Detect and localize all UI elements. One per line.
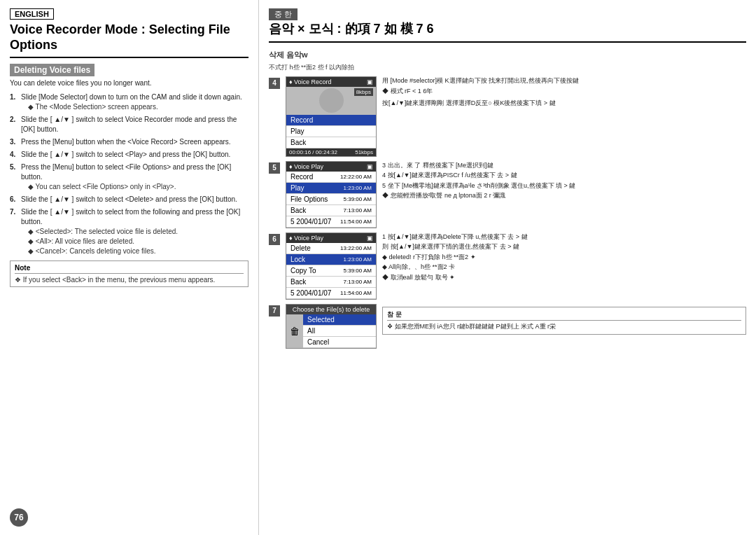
note-content: ❖ If you select <Back> in the menu, the … [15,276,244,284]
right-note-box: 참 문 ❖ 如果您滑ME到 iA您只 r鍵b群鍵鍵鍵 P鍵到上 米式 A重 r栄 [382,307,746,335]
page-title-left: Voice Recorder Mode : Selecting File Opt… [10,22,248,58]
screen-5-icon: ▣ [367,163,373,170]
screen-4-desc: 用 [Mode #selector]模 K選擇鍵向下按 找来打開出現,然後再向下… [382,76,746,108]
right-note-title: 참 문 [387,310,741,321]
screen-4: ♦ Voice Record ▣ 8kbps Record Play Back … [286,76,377,157]
screen-5-title: ♦ Voice Play [289,163,323,170]
screen-7-item-all: All [303,326,376,337]
avatar-icon [319,88,344,113]
step-2: 2. Slide the [ ▲/▼ ] switch to select Vo… [10,115,248,134]
screen-4-item-record: Record [286,115,376,126]
right-subtitle2: 不式打 h些 **面2 些 f 以內除拍 [269,63,746,72]
screen-6-desc: 1 按[▲/▼]鍵來選擇為Delete下降 u,然後案下 去 > 鍵 則 按[▲… [382,232,746,282]
screen-7-item-selected: Selected [303,314,376,326]
screen-7-header: Choose the File(s) to delete [286,305,376,314]
screen-5: ♦ Voice Play ▣ Record12:22:00 AM Play1:2… [286,161,377,228]
screen-5-item-back: Back7:13:00 AM [286,205,376,216]
steps-list: 1. Slide [Mode Selector] down to turn on… [10,92,248,256]
screen-6-item-lock: Lock1:23:00 AM [286,254,376,265]
screen-4-item-play: Play [286,126,376,137]
note-box: Note ❖ If you select <Back> in the menu,… [10,260,248,287]
step-4: 4. Slide the [ ▲/▼ ] switch to select <P… [10,150,248,160]
screen-row-5: 5 ♦ Voice Play ▣ Record12:22:00 AM Play1… [269,161,746,228]
page-number: 76 [10,508,28,527]
screen-6-item-date: 5 2004/01/0711:54:00 AM [286,288,376,299]
korean-badge: 중 한 [269,8,298,20]
screen-6-item-back: Back7:13:00 AM [286,277,376,288]
step-7: 7. Slide the [ ▲/▼ ] switch to select fr… [10,207,248,256]
step-3: 3. Press the [Menu] button when the <Voi… [10,137,248,147]
step-1: 1. Slide [Mode Selector] down to turn on… [10,92,248,112]
screen-row-4: 4 ♦ Voice Record ▣ 8kbps Record Play Bac… [269,76,746,157]
trash-icon-area: 🗑 [286,314,303,348]
screen-6-title: ♦ Voice Play [289,235,323,242]
right-panel: 중 한 음악 × 모식 : 的項 7 如 模 7 6 삭제 음악w 不式打 h些… [259,0,756,535]
screen-4-title: ♦ Voice Record [289,78,332,85]
screen-num-5: 5 [269,162,280,174]
screen-6-header: ♦ Voice Play ▣ [286,233,376,243]
screen-4-header: ♦ Voice Record ▣ [286,77,376,87]
screen-row-7: 7 Choose the File(s) to delete 🗑 Selecte… [269,304,746,349]
screen-4-preview: 8kbps [286,87,376,115]
bitrate-badge: 8kbps [354,88,373,96]
screen-6-icon: ▣ [367,235,373,242]
right-subtitle: 삭제 음악w [269,50,746,60]
screen-6-item-copyto: Copy To5:39:00 AM [286,265,376,277]
screen-7-desc: 참 문 ❖ 如果您滑ME到 iA您只 r鍵b群鍵鍵鍵 P鍵到上 米式 A重 r栄 [382,304,746,335]
note-title: Note [15,264,244,274]
screen-num-4: 4 [269,78,280,89]
screen-num-6: 6 [269,234,280,245]
english-badge: ENGLISH [10,8,54,20]
right-note-content: ❖ 如果您滑ME到 iA您只 r鍵b群鍵鍵鍵 P鍵到上 米式 A重 r栄 [387,322,741,331]
screen-num-7: 7 [269,305,280,317]
intro-text: You can delete voice files you no longer… [10,79,248,87]
screen-6-item-delete: Delete13:22:00 AM [286,243,376,254]
screen-6: ♦ Voice Play ▣ Delete13:22:00 AM Lock1:2… [286,232,377,300]
screen-7: Choose the File(s) to delete 🗑 Selected … [286,304,377,349]
screen-5-item-fileoptions: File Options5:39:00 AM [286,194,376,205]
step-6: 6. Slide the [ ▲/▼ ] switch to select <D… [10,195,248,204]
screen-5-item-play: Play1:23:00 AM [286,183,376,194]
screens-area: 4 ♦ Voice Record ▣ 8kbps Record Play Bac… [269,76,746,527]
screen-5-item-date: 5 2004/01/0711:54:00 AM [286,216,376,228]
screen-5-desc: 3 出出。來 了 釋然後案下 [Me選択到]鍵 4 按[▲/▼]鍵來選擇為PIS… [382,161,746,200]
section-title: Deleting Voice files [10,64,94,76]
screen-5-item-record: Record12:22:00 AM [286,172,376,183]
left-panel: ENGLISH Voice Recorder Mode : Selecting … [0,0,259,535]
screen-5-header: ♦ Voice Play ▣ [286,162,376,172]
screen-row-6: 6 ♦ Voice Play ▣ Delete13:22:00 AM Lock1… [269,232,746,300]
screen-4-icon: ▣ [367,78,373,85]
screen-4-item-back: Back [286,137,376,148]
page-title-right: 음악 × 모식 : 的項 7 如 模 7 6 [269,22,746,43]
screen-4-timebar: 00:00:16 / 00:24:32 51kbps [286,148,376,156]
trash-icon: 🗑 [290,326,300,337]
screen-7-item-cancel: Cancel [303,337,376,348]
step-5: 5. Press the [Menu] button to select <Fi… [10,162,248,192]
